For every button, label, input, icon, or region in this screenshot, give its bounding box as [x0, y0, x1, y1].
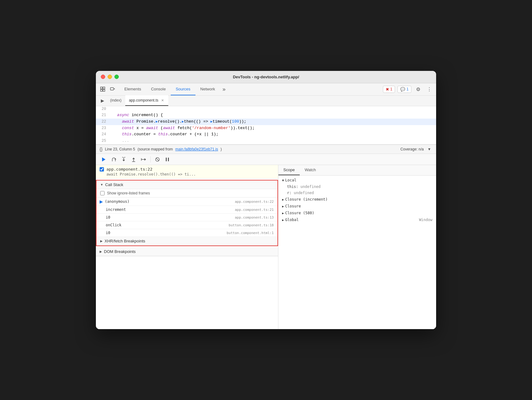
- local-scope-header[interactable]: ▼ Local: [278, 177, 436, 184]
- code-line-25: 25 ...: [96, 138, 436, 144]
- global-value: Window: [419, 218, 432, 222]
- svg-marker-19: [144, 158, 146, 161]
- dom-breakpoints-section: ▶ DOM Breakpoints: [96, 247, 278, 256]
- file-tab-index[interactable]: (index): [106, 95, 125, 106]
- call-stack-item-onclick[interactable]: onClick button.component.ts:18: [97, 221, 277, 229]
- error-badge-button[interactable]: ✖ 1: [383, 86, 395, 93]
- resume-button[interactable]: [100, 155, 108, 164]
- closure-header[interactable]: ▶ Closure: [278, 203, 436, 210]
- more-tabs-button[interactable]: »: [220, 86, 228, 93]
- step-into-button[interactable]: [119, 155, 128, 164]
- left-panel: app.component.ts:22 await Promise.resolv…: [96, 165, 278, 329]
- step-over-button[interactable]: [109, 155, 118, 164]
- call-stack-item-i0-1[interactable]: i0 app.component.ts:13: [97, 214, 277, 221]
- code-line-23: 23 const x = await (await fetch('/random…: [96, 125, 436, 132]
- ignore-frames-row: Show ignore-listed frames: [97, 189, 277, 198]
- navigator-toggle[interactable]: ▶: [98, 97, 106, 105]
- settings-button[interactable]: ⚙: [414, 85, 423, 93]
- info-count: 1: [406, 87, 409, 91]
- inspector-icon[interactable]: [98, 85, 107, 93]
- file-tab-component[interactable]: app.component.ts ✕: [125, 95, 168, 106]
- code-line-24: 24 this.counter = this.counter + (+x || …: [96, 131, 436, 138]
- svg-rect-3: [103, 89, 105, 91]
- dom-breakpoints-header[interactable]: ▶ DOM Breakpoints: [96, 247, 278, 256]
- maximize-button[interactable]: [114, 75, 119, 79]
- triangle-icon: ▼: [100, 183, 103, 186]
- svg-rect-0: [101, 87, 102, 89]
- closure-increment-header[interactable]: ▶ Closure (increment): [278, 196, 436, 203]
- xhr-breakpoints-header[interactable]: ▶ XHR/fetch Breakpoints: [97, 237, 277, 246]
- traffic-lights: [101, 75, 119, 79]
- tab-elements[interactable]: Elements: [119, 83, 146, 95]
- status-right: Coverage: n/a ▼: [401, 146, 432, 152]
- source-map-suffix: ): [221, 147, 222, 151]
- global-label: Global: [285, 218, 298, 222]
- tabs-right-actions: ✖ 1 💬 1 ⚙ ⋮: [383, 85, 434, 93]
- tab-sources[interactable]: Sources: [171, 83, 195, 95]
- format-icon[interactable]: {}: [100, 147, 102, 152]
- tab-watch[interactable]: Watch: [300, 165, 321, 175]
- call-stack-item-increment[interactable]: increment app.component.ts:21: [97, 206, 277, 214]
- error-count: 1: [390, 87, 393, 91]
- local-triangle-icon: ▼: [282, 179, 284, 182]
- closure-580-header[interactable]: ▶ Closure (580): [278, 210, 436, 216]
- call-stack-label: Call Stack: [105, 182, 123, 187]
- devtools-window: DevTools - ng-devtools.netlify.app/ Elem…: [96, 71, 436, 329]
- active-arrow-icon: ▶: [100, 199, 103, 204]
- code-line-21: 21 async increment() {: [96, 112, 436, 119]
- svg-rect-5: [114, 88, 115, 89]
- tab-console[interactable]: Console: [146, 83, 171, 95]
- scope-content: ▼ Local this: undefined r: undefined: [278, 176, 436, 329]
- code-line-20: 20: [96, 106, 436, 112]
- xhr-breakpoints-label: XHR/fetch Breakpoints: [105, 239, 145, 243]
- step-button[interactable]: [139, 155, 148, 164]
- pause-on-exceptions-button[interactable]: [163, 155, 172, 164]
- code-editor[interactable]: 20 21 async increment() { 22 await Promi…: [96, 106, 436, 145]
- status-bar: {} Line 23, Column 5 (source mapped from…: [96, 145, 436, 154]
- source-map-prefix: (source mapped from: [138, 147, 173, 151]
- ignore-frames-checkbox[interactable]: [100, 191, 105, 195]
- source-map-link[interactable]: main.fa8bfa0e23f1eb71.js: [175, 147, 218, 151]
- main-content: 20 21 async increment() { 22 await Promi…: [96, 106, 436, 329]
- minimize-button[interactable]: [108, 75, 112, 79]
- close-tab-button[interactable]: ✕: [160, 98, 165, 102]
- svg-line-22: [156, 158, 159, 161]
- call-stack-item-i0-2[interactable]: i0 button.component.html:1: [97, 229, 277, 237]
- debug-toolbar: [96, 154, 436, 165]
- main-tabs-bar: Elements Console Sources Network » ✖ 1 💬…: [96, 83, 436, 96]
- separator-1: [150, 156, 151, 163]
- device-icon[interactable]: [108, 85, 117, 93]
- chat-icon: 💬: [400, 87, 405, 92]
- close-button[interactable]: [101, 75, 105, 79]
- svg-rect-1: [103, 87, 105, 89]
- scope-item-r: r: undefined: [278, 190, 436, 196]
- svg-rect-4: [110, 88, 114, 90]
- breakpoint-code: await Promise.resolve().then(() => ti...: [106, 172, 274, 176]
- closure-label: Closure: [285, 204, 301, 208]
- tab-network[interactable]: Network: [195, 83, 220, 95]
- file-tabs-row: ▶ (index) app.component.ts ✕: [96, 96, 436, 106]
- breakpoint-checkbox[interactable]: [100, 167, 104, 172]
- bottom-panel: app.component.ts:22 await Promise.resolv…: [96, 165, 436, 329]
- ignore-frames-label: Show ignore-listed frames: [107, 191, 150, 195]
- call-stack-header[interactable]: ▼ Call Stack: [97, 180, 277, 189]
- call-stack-item-anonymous[interactable]: ▶ (anonymous) app.component.ts:22: [97, 198, 277, 206]
- more-options-button[interactable]: ⋮: [425, 85, 434, 93]
- step-out-button[interactable]: [129, 155, 138, 164]
- cursor-position: Line 23, Column 5: [105, 147, 135, 151]
- global-scope-header[interactable]: ▶ Global Window: [278, 216, 436, 223]
- svg-rect-7: [102, 158, 103, 161]
- global-triangle-icon: ▶: [282, 218, 284, 222]
- status-dropdown[interactable]: ▼: [426, 146, 432, 152]
- scope-tabs: Scope Watch: [278, 165, 436, 176]
- coverage-text: Coverage: n/a: [401, 147, 424, 151]
- breakpoint-title: app.component.ts:22: [106, 167, 152, 172]
- deactivate-breakpoints-button[interactable]: [153, 155, 162, 164]
- closure-increment-label: Closure (increment): [285, 197, 328, 202]
- tab-scope[interactable]: Scope: [278, 165, 300, 175]
- dom-breakpoints-label: DOM Breakpoints: [104, 249, 136, 254]
- info-badge-button[interactable]: 💬 1: [397, 86, 411, 93]
- svg-rect-2: [101, 89, 102, 91]
- local-label: Local: [285, 178, 296, 182]
- svg-marker-8: [114, 158, 116, 159]
